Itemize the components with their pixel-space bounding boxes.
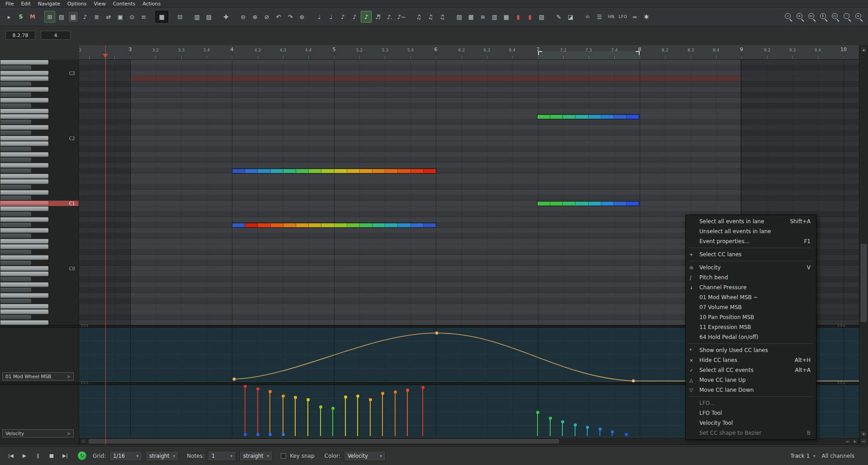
menu-view[interactable]: View	[90, 0, 109, 7]
go-to-end-button[interactable]: ▶|	[59, 450, 71, 462]
vertical-scrollbar[interactable]: ▴ + −	[859, 45, 868, 445]
piano-key-row[interactable]	[0, 179, 79, 184]
menu-item-select-all-cc-events[interactable]: ✓Select all CC eventsAlt+A	[686, 365, 816, 375]
paint-notes-icon[interactable]: ✱	[641, 11, 652, 23]
piano-key-row[interactable]: C3	[0, 70, 79, 76]
zoom-project-icon[interactable]: ▭	[830, 11, 841, 23]
swap-lanes-icon[interactable]: ⇄	[103, 11, 114, 23]
piano-view-icon[interactable]: ▦	[68, 11, 79, 23]
menu-file[interactable]: File	[2, 0, 17, 7]
piano-key-row[interactable]	[0, 157, 79, 163]
vzoom-out-button[interactable]: −	[860, 438, 867, 444]
piano-key[interactable]	[0, 179, 48, 184]
piano-key-row[interactable]	[0, 233, 79, 239]
piano-key[interactable]	[0, 109, 48, 113]
note-sixteenth-icon[interactable]: ♪	[361, 11, 372, 23]
vscroll-up-button[interactable]: ▴	[860, 46, 867, 52]
mute-toggle[interactable]: M	[27, 11, 38, 23]
note-half-icon[interactable]: ♩	[326, 11, 336, 23]
piano-key-row[interactable]	[0, 168, 79, 174]
piano-key-row[interactable]	[0, 60, 79, 65]
piano-key[interactable]	[0, 190, 48, 195]
velocity-stem-handle[interactable]	[599, 427, 602, 431]
piano-key[interactable]	[0, 293, 48, 298]
piano-key-row[interactable]	[0, 320, 79, 325]
piano-key-row[interactable]: C0	[0, 266, 79, 271]
velocity-stem[interactable]	[395, 392, 396, 436]
piano-key-row[interactable]	[0, 222, 79, 228]
piano-key[interactable]	[0, 196, 31, 200]
velocity-stem-handle[interactable]	[394, 390, 397, 394]
position-display[interactable]: 8.2.78	[5, 31, 35, 40]
pause-button[interactable]: ‖	[32, 450, 44, 462]
piano-key-row[interactable]	[0, 282, 79, 287]
piano-key[interactable]	[0, 98, 48, 103]
velocity-stem-handle[interactable]	[381, 392, 384, 395]
piano-key-row[interactable]	[0, 244, 79, 249]
piano-key-row[interactable]	[0, 293, 79, 298]
cc-event-point[interactable]	[435, 332, 439, 335]
menu-item-lfo-tool[interactable]: LFO Tool	[686, 408, 816, 418]
rect-select-icon[interactable]: ▣	[115, 11, 126, 23]
sync-playback-icon[interactable]: ⊙	[127, 11, 137, 23]
velocity-stem[interactable]	[407, 390, 408, 436]
piano-key[interactable]	[0, 131, 31, 135]
piano-key[interactable]	[0, 114, 48, 119]
menu-item-velocity[interactable]: ılıVelocityV	[686, 263, 816, 272]
menu-item-select-all-events-in-lane[interactable]: Select all events in laneShift+A	[686, 216, 816, 226]
menu-item-01-mod-wheel-msb[interactable]: 01 Mod Wheel MSB ~	[686, 292, 816, 302]
velocity-stem[interactable]	[332, 408, 333, 436]
lfo-tool-icon[interactable]: LFO	[618, 11, 628, 23]
velocity-stem-handle[interactable]	[319, 405, 322, 409]
piano-key-row[interactable]	[0, 304, 79, 309]
piano-key-row[interactable]	[0, 103, 79, 108]
piano-key-row[interactable]	[0, 98, 79, 103]
undo-icon[interactable]: ↶	[273, 11, 284, 23]
piano-key[interactable]	[0, 239, 48, 244]
menu-item-channel-pressure[interactable]: ↓Channel Pressure	[686, 282, 816, 292]
piano-key-row[interactable]: C2	[0, 136, 79, 141]
piano-key-row[interactable]	[0, 141, 79, 146]
go-to-start-button[interactable]: |◀	[5, 450, 17, 462]
list-view-icon[interactable]: ▤	[56, 11, 67, 23]
hzoom-out-button[interactable]: −	[844, 439, 850, 444]
velocity-stem-handle[interactable]	[356, 395, 359, 398]
play-button[interactable]: ▶	[18, 450, 31, 462]
cc-event-point[interactable]	[233, 378, 236, 381]
pencil-tool-icon[interactable]: ✎	[553, 11, 564, 23]
piano-key-row[interactable]	[0, 309, 79, 315]
note-eighth-icon[interactable]: ♪	[349, 11, 360, 23]
piano-key[interactable]	[0, 250, 31, 254]
cc-lane-icon-1[interactable]: ▥	[489, 11, 500, 23]
velocity-stem-handle[interactable]	[282, 395, 285, 398]
velocity-stem-handle[interactable]	[269, 390, 272, 393]
cc-red-icon-1[interactable]: ▮	[513, 11, 524, 23]
piano-key[interactable]	[0, 261, 31, 265]
note-dotted-icon[interactable]: ♪.	[384, 11, 395, 23]
velocity-stem[interactable]	[550, 418, 551, 436]
grid-size-dropdown[interactable]: 1/16 ▾	[109, 451, 142, 461]
piano-key-row[interactable]	[0, 287, 79, 293]
velocity-lane-selector[interactable]: Velocity >	[2, 429, 74, 437]
piano-key[interactable]	[0, 272, 48, 276]
velocity-stem-handle[interactable]	[586, 426, 589, 429]
cc-red-icon-2[interactable]: ▮	[524, 11, 535, 23]
velocity-low-dot[interactable]	[256, 433, 259, 436]
beat-display[interactable]: 4	[41, 31, 71, 40]
zoom-to-content-icon[interactable]: ⊚	[297, 11, 307, 23]
menu-item-move-cc-lane-down[interactable]: ▽Move CC lane Down	[686, 385, 816, 395]
stop-button[interactable]: ■	[45, 450, 58, 462]
piano-key[interactable]	[0, 277, 31, 282]
piano-key-row[interactable]	[0, 114, 79, 119]
piano-key-row[interactable]	[0, 130, 79, 136]
piano-key-row[interactable]	[0, 190, 79, 195]
velocity-stem[interactable]	[245, 386, 245, 436]
hzoom-in-button[interactable]: +	[852, 439, 858, 444]
piano-key[interactable]	[0, 310, 48, 314]
velocity-low-dot[interactable]	[244, 433, 247, 436]
menu-item-07-volume-msb[interactable]: 07 Volume MSB	[686, 302, 816, 312]
menu-navigate[interactable]: Navigate	[34, 0, 64, 7]
piano-key[interactable]	[0, 266, 48, 271]
velocity-stem-handle[interactable]	[344, 395, 347, 399]
menu-options[interactable]: Options	[64, 0, 90, 7]
